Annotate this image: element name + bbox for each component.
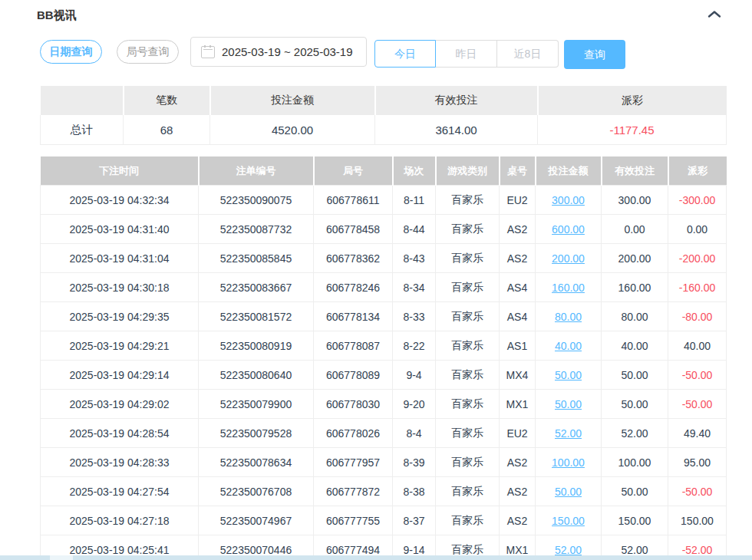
payout-cell: 95.00 xyxy=(668,448,727,477)
session-cell: 8-38 xyxy=(393,477,436,506)
table-id-cell: AS1 xyxy=(500,331,536,361)
table-id-cell: AS2 xyxy=(500,244,536,273)
bet-amount-link[interactable]: 100.00 xyxy=(552,456,585,469)
bets-header-cell: 下注时间 xyxy=(41,156,199,186)
game-type-cell: 百家乐 xyxy=(436,215,500,244)
bet-amount-cell: 100.00 xyxy=(536,448,602,477)
bets-header-cell: 派彩 xyxy=(668,156,727,186)
quick-last8days-button[interactable]: 近8日 xyxy=(497,40,559,68)
bet-amount-cell: 300.00 xyxy=(536,186,602,215)
round-id-cell: 606778611 xyxy=(314,186,393,215)
summary-header-cell: 派彩 xyxy=(538,86,727,115)
valid-bet-cell: 50.00 xyxy=(602,477,668,506)
session-cell: 8-43 xyxy=(393,244,436,273)
table-id-cell: EU2 xyxy=(500,186,536,215)
valid-bet-cell: 52.00 xyxy=(602,419,668,448)
bets-header-cell: 投注金额 xyxy=(536,156,602,186)
bet-amount-cell: 50.00 xyxy=(536,390,602,419)
quick-today-button[interactable]: 今日 xyxy=(374,40,436,68)
quick-yesterday-button[interactable]: 昨日 xyxy=(436,40,497,68)
bet-amount-cell: 50.00 xyxy=(536,477,602,506)
bet-amount-link[interactable]: 200.00 xyxy=(552,252,585,265)
bet-id-cell: 522350087732 xyxy=(199,215,314,244)
bet-amount-link[interactable]: 80.00 xyxy=(555,311,582,323)
valid-bet-cell: 200.00 xyxy=(602,244,668,273)
session-cell: 8-22 xyxy=(393,331,436,361)
payout-cell: 40.00 xyxy=(668,331,727,361)
bet-id-cell: 522350078634 xyxy=(199,448,314,477)
bets-body: 2025-03-19 04:32:34522350090075606778611… xyxy=(41,186,727,560)
valid-bet-cell: 160.00 xyxy=(602,273,668,302)
table-id-cell: AS2 xyxy=(500,215,536,244)
horizontal-scrollbar[interactable] xyxy=(0,555,752,560)
bet-id-cell: 522350090075 xyxy=(199,186,314,215)
session-cell: 8-33 xyxy=(393,302,436,331)
date-range-input[interactable]: 2025-03-19 ~ 2025-03-19 xyxy=(190,37,367,67)
bet-time-cell: 2025-03-19 04:28:33 xyxy=(41,448,199,477)
bet-amount-link[interactable]: 50.00 xyxy=(555,369,582,381)
bet-amount-cell: 200.00 xyxy=(536,244,602,273)
table-id-cell: AS2 xyxy=(500,477,536,506)
table-row: 2025-03-19 04:27:18522350074967606777755… xyxy=(41,506,727,535)
bet-amount-cell: 160.00 xyxy=(536,273,602,302)
session-cell: 8-44 xyxy=(393,215,436,244)
round-id-cell: 606778089 xyxy=(314,361,393,390)
date-query-button[interactable]: 日期查询 xyxy=(40,40,102,64)
game-type-cell: 百家乐 xyxy=(436,448,500,477)
round-id-cell: 606778087 xyxy=(314,331,393,361)
payout-cell: -50.00 xyxy=(668,361,727,390)
bet-amount-link[interactable]: 50.00 xyxy=(555,486,582,498)
session-cell: 9-4 xyxy=(393,361,436,390)
session-cell: 8-4 xyxy=(393,419,436,448)
bet-amount-link[interactable]: 52.00 xyxy=(555,427,582,440)
bet-time-cell: 2025-03-19 04:29:21 xyxy=(41,331,199,361)
game-type-cell: 百家乐 xyxy=(436,331,500,361)
summary-total-cell: 68 xyxy=(124,115,210,145)
table-id-cell: MX4 xyxy=(500,361,536,390)
table-row: 2025-03-19 04:28:54522350079528606778026… xyxy=(41,419,727,448)
round-query-button[interactable]: 局号查询 xyxy=(117,40,179,64)
valid-bet-cell: 40.00 xyxy=(602,331,668,361)
summary-header-cell: 笔数 xyxy=(124,86,210,115)
session-cell: 9-20 xyxy=(393,390,436,419)
table-row: 2025-03-19 04:31:40522350087732606778458… xyxy=(41,215,727,244)
bet-amount-link[interactable]: 50.00 xyxy=(555,398,582,410)
collapse-chevron-icon[interactable] xyxy=(707,10,721,18)
bet-id-cell: 522350079528 xyxy=(199,419,314,448)
bet-amount-link[interactable]: 300.00 xyxy=(552,194,585,206)
payout-cell: -200.00 xyxy=(668,244,727,273)
bet-amount-link[interactable]: 40.00 xyxy=(555,340,582,352)
bet-amount-cell: 150.00 xyxy=(536,506,602,535)
bb-video-panel: BB视讯 日期查询 局号查询 2025-03-19 ~ 2025-03-19 今… xyxy=(0,0,752,560)
bet-amount-cell: 80.00 xyxy=(536,302,602,331)
session-cell: 8-37 xyxy=(393,506,436,535)
table-id-cell: AS2 xyxy=(500,448,536,477)
round-id-cell: 606778458 xyxy=(314,215,393,244)
payout-cell: 150.00 xyxy=(668,506,727,535)
round-id-cell: 606778134 xyxy=(314,302,393,331)
table-row: 2025-03-19 04:29:14522350080640606778089… xyxy=(41,361,727,390)
round-id-cell: 606777872 xyxy=(314,477,393,506)
bet-amount-link[interactable]: 150.00 xyxy=(552,515,585,527)
bet-amount-link[interactable]: 600.00 xyxy=(552,223,585,236)
bet-amount-link[interactable]: 160.00 xyxy=(552,282,585,294)
bets-header-cell: 场次 xyxy=(393,156,436,186)
bet-time-cell: 2025-03-19 04:31:40 xyxy=(41,215,199,244)
round-id-cell: 606777957 xyxy=(314,448,393,477)
payout-cell: -300.00 xyxy=(668,186,727,215)
bet-id-cell: 522350080640 xyxy=(199,361,314,390)
summary-total-cell: 3614.00 xyxy=(375,115,538,145)
game-type-cell: 百家乐 xyxy=(436,361,500,390)
bet-time-cell: 2025-03-19 04:31:04 xyxy=(41,244,199,273)
table-row: 2025-03-19 04:32:34522350090075606778611… xyxy=(41,186,727,215)
valid-bet-cell: 150.00 xyxy=(602,506,668,535)
valid-bet-cell: 50.00 xyxy=(602,361,668,390)
bet-id-cell: 522350083667 xyxy=(199,273,314,302)
quick-range-group: 今日 昨日 近8日 xyxy=(374,40,559,68)
search-button[interactable]: 查询 xyxy=(564,40,625,69)
payout-cell: -50.00 xyxy=(668,477,727,506)
session-cell: 8-34 xyxy=(393,273,436,302)
bet-time-cell: 2025-03-19 04:32:34 xyxy=(41,186,199,215)
valid-bet-cell: 0.00 xyxy=(602,215,668,244)
bet-amount-link[interactable]: 52.00 xyxy=(555,544,582,556)
